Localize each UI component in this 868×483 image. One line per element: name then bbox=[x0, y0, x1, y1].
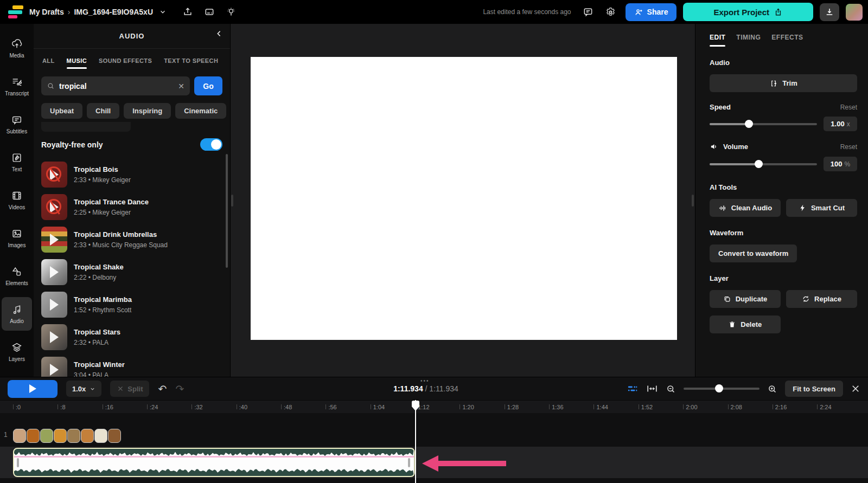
zoom-slider-handle[interactable] bbox=[715, 384, 723, 392]
sidebar-item-videos[interactable]: Videos bbox=[2, 183, 32, 217]
delete-button[interactable]: Delete bbox=[710, 315, 781, 333]
royalty-free-toggle[interactable] bbox=[200, 138, 222, 151]
snap-to-edge-icon[interactable] bbox=[646, 383, 658, 395]
panel-drag-handle[interactable]: ••• bbox=[420, 378, 430, 384]
download-button[interactable] bbox=[820, 3, 839, 21]
track-thumbnail[interactable] bbox=[41, 227, 67, 253]
sidebar-item-elements[interactable]: Elements bbox=[2, 259, 32, 293]
music-track-item[interactable]: Tropical Bois 2:33 • Mikey Geiger bbox=[41, 158, 230, 191]
audio-clip-selected[interactable] bbox=[13, 448, 415, 477]
upload-icon[interactable] bbox=[180, 4, 196, 20]
play-button[interactable] bbox=[8, 380, 58, 398]
playhead-line[interactable] bbox=[415, 400, 416, 483]
convert-to-waveform-button[interactable]: Convert to waveform bbox=[710, 244, 797, 262]
track-thumbnail[interactable] bbox=[41, 162, 67, 188]
replace-button[interactable]: Replace bbox=[786, 290, 857, 308]
tab-text-to-speech[interactable]: TEXT TO SPEECH bbox=[164, 57, 218, 69]
mood-chip[interactable]: Inspiring bbox=[124, 103, 171, 119]
split-button-disabled[interactable]: Split bbox=[110, 381, 149, 397]
duplicate-button[interactable]: Duplicate bbox=[710, 290, 781, 308]
fit-to-screen-button[interactable]: Fit to Screen bbox=[785, 381, 843, 397]
music-track-item[interactable]: Tropical Winter 3:04 • PALA bbox=[41, 353, 230, 377]
speed-slider-handle[interactable] bbox=[745, 120, 753, 128]
volume-slider-handle[interactable] bbox=[755, 160, 763, 168]
share-button[interactable]: Share bbox=[626, 3, 677, 21]
smart-cut-button[interactable]: Smart Cut bbox=[786, 199, 857, 217]
search-box[interactable]: ✕ bbox=[41, 76, 190, 95]
track-thumbnail[interactable] bbox=[41, 194, 67, 220]
music-track-item[interactable]: Tropical Shake 2:22 • Delbony bbox=[41, 256, 230, 288]
music-track-item[interactable]: Tropical Drink Umbrellas 2:33 • Music Ci… bbox=[41, 223, 230, 256]
settings-gear-icon[interactable] bbox=[603, 4, 619, 20]
sidebar-item-transcript[interactable]: Transcript bbox=[2, 69, 32, 103]
track-meta: 3:04 • PALA bbox=[74, 371, 125, 377]
breadcrumb-root[interactable]: My Drafts bbox=[29, 8, 64, 16]
clear-search-icon[interactable]: ✕ bbox=[178, 82, 184, 91]
playback-speed-dropdown[interactable]: 1.0x bbox=[66, 381, 101, 397]
panel-scrollbar[interactable] bbox=[226, 154, 228, 268]
clean-audio-button[interactable]: Clean Audio bbox=[710, 199, 781, 217]
capcut-logo-icon[interactable] bbox=[8, 5, 24, 19]
breadcrumb: My Drafts › IMG_1694-E9IO9A5xU bbox=[29, 8, 167, 16]
search-input[interactable] bbox=[59, 82, 146, 91]
speed-value[interactable]: 1.00x bbox=[824, 117, 857, 131]
collapse-panel-icon[interactable] bbox=[215, 29, 224, 38]
playhead-handle[interactable] bbox=[411, 400, 420, 412]
track-thumbnail[interactable] bbox=[41, 292, 67, 318]
speed-slider[interactable] bbox=[710, 123, 817, 125]
tab-all[interactable]: ALL bbox=[42, 57, 55, 69]
auto-snap-icon[interactable] bbox=[627, 383, 639, 395]
volume-reset[interactable]: Reset bbox=[840, 143, 857, 151]
tab-music[interactable]: MUSIC bbox=[67, 57, 87, 69]
tab-timing[interactable]: TIMING bbox=[736, 34, 761, 47]
sidebar-item-text[interactable]: Text bbox=[2, 145, 32, 179]
panel-resize-grip[interactable] bbox=[692, 195, 694, 207]
track-thumbnail[interactable] bbox=[41, 259, 67, 285]
music-track-item[interactable]: Tropical Stars 2:32 • PALA bbox=[41, 321, 230, 353]
undo-icon[interactable]: ↶ bbox=[158, 383, 167, 395]
track-thumbnail[interactable] bbox=[41, 357, 67, 377]
music-track-item[interactable]: Tropical Marimba 1:52 • Rhythm Scott bbox=[41, 288, 230, 321]
mood-chip[interactable]: Cinematic bbox=[175, 103, 226, 119]
timeline-ruler[interactable]: :0 :8 :16 :24 :32 :40 :48 :56 1:04 1:12 … bbox=[0, 400, 868, 413]
captions-card-icon[interactable] bbox=[201, 4, 218, 20]
timeline-zoom-slider[interactable] bbox=[684, 388, 760, 390]
clip-thumbnail bbox=[108, 429, 121, 443]
zoom-out-icon[interactable] bbox=[666, 384, 676, 394]
volume-slider[interactable] bbox=[710, 163, 817, 165]
preview-canvas[interactable] bbox=[251, 57, 677, 340]
sidebar-item-audio[interactable]: Audio bbox=[2, 297, 32, 331]
clip-trim-handle-right[interactable] bbox=[408, 458, 410, 467]
sidebar-label: Videos bbox=[9, 204, 25, 210]
volume-value[interactable]: 100% bbox=[824, 157, 857, 171]
video-track-clip[interactable] bbox=[13, 429, 121, 443]
export-project-button[interactable]: Export Project bbox=[683, 3, 813, 21]
panel-resize-grip[interactable] bbox=[231, 195, 233, 207]
project-title[interactable]: IMG_1694-E9IO9A5xU bbox=[74, 8, 153, 16]
clip-trim-handle-left[interactable] bbox=[17, 458, 19, 467]
lightbulb-icon[interactable] bbox=[223, 4, 239, 20]
track-thumbnail[interactable] bbox=[41, 324, 67, 350]
tab-edit[interactable]: EDIT bbox=[710, 34, 725, 47]
sidebar-label: Text bbox=[12, 166, 22, 172]
mood-chip[interactable]: Upbeat bbox=[41, 103, 82, 119]
sidebar-item-subtitles[interactable]: Subtitles bbox=[2, 107, 32, 141]
speed-reset[interactable]: Reset bbox=[840, 104, 857, 111]
sidebar-item-images[interactable]: Images bbox=[2, 221, 32, 255]
close-timeline-icon[interactable] bbox=[851, 384, 860, 394]
trim-button[interactable]: Trim bbox=[710, 74, 857, 92]
tab-sound-effects[interactable]: SOUND EFFECTS bbox=[99, 57, 152, 69]
comment-icon[interactable] bbox=[580, 4, 596, 20]
sidebar-item-media[interactable]: Media bbox=[2, 31, 32, 65]
sidebar-item-layers[interactable]: Layers bbox=[2, 335, 32, 369]
clip-thumbnail bbox=[27, 429, 40, 443]
tab-effects[interactable]: EFFECTS bbox=[771, 34, 803, 47]
music-track-item[interactable]: Tropical Trance Dance 2:25 • Mikey Geige… bbox=[41, 191, 230, 223]
search-go-button[interactable]: Go bbox=[194, 76, 222, 95]
redo-icon[interactable]: ↷ bbox=[175, 383, 184, 395]
chevron-down-icon[interactable] bbox=[159, 8, 167, 16]
user-avatar[interactable] bbox=[846, 4, 863, 21]
clip-volume-line[interactable] bbox=[14, 456, 414, 458]
mood-chip[interactable]: Chill bbox=[87, 103, 119, 119]
zoom-in-icon[interactable] bbox=[767, 384, 777, 394]
